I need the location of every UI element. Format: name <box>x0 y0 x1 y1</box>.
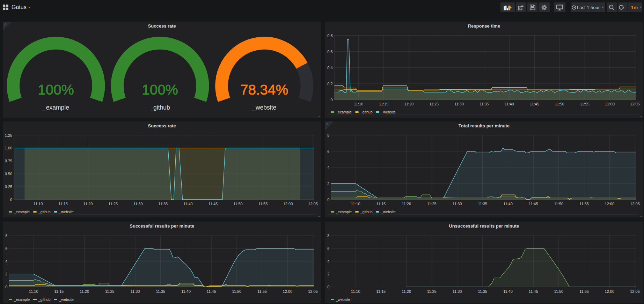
svg-text:100%: 100% <box>38 82 74 98</box>
svg-text:_github: _github <box>149 104 170 111</box>
svg-text:78.34%: 78.34% <box>240 82 288 98</box>
svg-text:_example: _example <box>42 104 69 111</box>
svg-text:_website: _website <box>252 104 276 111</box>
svg-text:100%: 100% <box>142 82 178 98</box>
